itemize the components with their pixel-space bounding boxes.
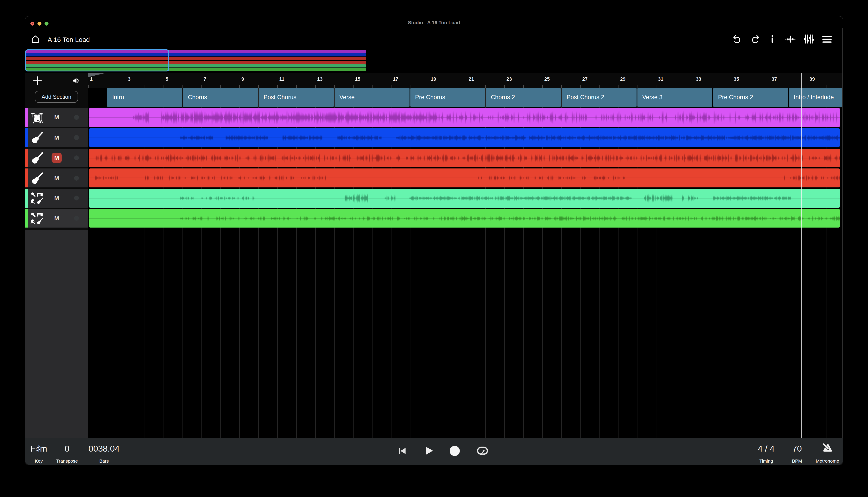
ruler-tick	[315, 85, 316, 88]
solo-indicator[interactable]	[74, 155, 79, 160]
bar-ruler[interactable]: 13579111315171921232527293133353739	[88, 73, 843, 88]
section-marker[interactable]: Verse	[335, 88, 409, 107]
track-instrument	[30, 152, 44, 164]
mute-button[interactable]: M	[52, 193, 62, 203]
ruler-tick	[391, 85, 391, 88]
ruler-bar-number: 1	[90, 76, 92, 82]
ruler-tick	[751, 85, 751, 88]
section-marker[interactable]: Pre Chorus	[410, 88, 485, 107]
skip-to-start-button[interactable]	[394, 442, 410, 459]
song-overview[interactable]	[25, 49, 366, 71]
menu-icon	[822, 34, 832, 44]
ruler-tick	[277, 85, 278, 88]
section-marker[interactable]: Pre Chorus 2	[713, 88, 788, 107]
metronome-field[interactable]: Metronome	[799, 438, 843, 465]
mute-button[interactable]: M	[52, 132, 62, 143]
window-title: Studio - A 16 Ton Load	[25, 20, 843, 25]
speaker-icon	[72, 77, 79, 84]
ruler-tick	[372, 85, 373, 88]
studio-app-window: Studio - A 16 Ton Load A 16 Ton Load	[25, 16, 843, 465]
mixer-button[interactable]	[803, 33, 815, 45]
solo-indicator[interactable]	[74, 175, 79, 180]
loop-button[interactable]	[474, 442, 491, 459]
undo-button[interactable]	[731, 33, 743, 45]
audio-clip-guitar-track-1[interactable]	[89, 128, 840, 147]
solo-indicator[interactable]	[74, 135, 79, 140]
track-header-guitar-track-3[interactable]: M	[25, 169, 88, 187]
track-header-guitar-track-2[interactable]: M	[25, 148, 88, 167]
ruler-bar-number: 7	[203, 76, 206, 82]
overview-playhead	[163, 51, 163, 70]
waveform	[89, 169, 840, 187]
titlebar[interactable]: Studio - A 16 Ton Load	[25, 16, 843, 28]
drum-kit-icon	[30, 112, 44, 124]
ruler-tick	[523, 85, 524, 88]
track-header-multi-instrument-track-1[interactable]: M	[25, 189, 88, 208]
solo-indicator[interactable]	[74, 216, 79, 221]
track-instrument	[30, 212, 44, 225]
ruler-tick	[807, 85, 808, 88]
audio-clip-guitar-track-3[interactable]	[89, 169, 840, 187]
record-button[interactable]	[446, 442, 463, 459]
audio-wave-button[interactable]	[784, 33, 796, 45]
audio-clip-multi-instrument-track-1[interactable]	[89, 189, 840, 208]
bars-field[interactable]: 0038.04 Bars	[75, 438, 133, 465]
section-marker[interactable]: Chorus 2	[486, 88, 561, 107]
mute-button[interactable]: M	[52, 213, 62, 223]
audio-clip-drums-track[interactable]	[89, 108, 840, 127]
audio-clip-multi-instrument-track-2[interactable]	[89, 209, 840, 228]
track-header-guitar-track-1[interactable]: M	[25, 128, 88, 147]
loop-icon	[476, 446, 488, 456]
electric-guitar-icon	[31, 172, 43, 184]
add-track-button[interactable]	[32, 75, 43, 86]
ruler-tick	[637, 85, 637, 88]
section-marker[interactable]: Post Chorus 2	[562, 88, 637, 107]
track-header-drums-track[interactable]: M	[25, 108, 88, 127]
mute-button[interactable]: M	[52, 112, 62, 123]
track-header-multi-instrument-track-2[interactable]: M	[25, 209, 88, 228]
ruler-tick	[183, 85, 183, 88]
play-icon	[423, 445, 434, 456]
mute-button[interactable]: M	[52, 153, 62, 163]
metronome-label: Metronome	[799, 458, 843, 464]
undo-icon	[732, 34, 742, 44]
section-marker[interactable]: Intro	[107, 88, 182, 107]
ruler-bar-number: 23	[507, 76, 512, 82]
solo-indicator[interactable]	[74, 115, 79, 120]
redo-button[interactable]	[749, 33, 761, 45]
section-marker[interactable]: Post Chorus	[259, 88, 334, 107]
ruler-tick	[164, 85, 164, 88]
track-instrument	[30, 131, 44, 144]
track-color-strip	[25, 128, 28, 147]
info-button[interactable]	[766, 33, 778, 45]
project-title: A 16 Ton Load	[48, 36, 90, 43]
menu-button[interactable]	[821, 33, 833, 45]
ruler-bar-number: 21	[468, 76, 474, 82]
play-button[interactable]	[420, 442, 437, 459]
ruler-tick	[599, 85, 599, 88]
home-button[interactable]	[29, 33, 41, 45]
ruler-tick	[542, 85, 543, 88]
multi-instrument-icon	[30, 212, 44, 225]
solo-indicator[interactable]	[74, 196, 79, 201]
ruler-bar-number: 37	[771, 76, 777, 82]
home-icon	[30, 34, 40, 44]
tracks-volume-button[interactable]	[71, 76, 81, 86]
ruler-tick	[145, 85, 145, 88]
track-color-strip	[25, 108, 28, 127]
ruler-bar-number: 39	[809, 76, 815, 82]
mixer-icon	[804, 34, 815, 44]
audio-clip-guitar-track-2[interactable]	[89, 148, 840, 167]
section-marker[interactable]: Intro / Interlude	[789, 88, 842, 107]
playhead[interactable]	[801, 73, 802, 438]
waveform	[89, 108, 840, 127]
ruler-bar-number: 5	[166, 76, 169, 82]
section-marker[interactable]: Chorus	[183, 88, 258, 107]
track-instrument	[30, 172, 44, 184]
add-section-button[interactable]: Add Section	[35, 91, 78, 103]
mute-button[interactable]: M	[52, 173, 62, 183]
metronome-icon-wrap	[799, 442, 843, 455]
overview-viewport-selection[interactable]	[25, 49, 169, 71]
section-marker[interactable]: Verse 3	[637, 88, 712, 107]
track-color-strip	[25, 209, 28, 228]
